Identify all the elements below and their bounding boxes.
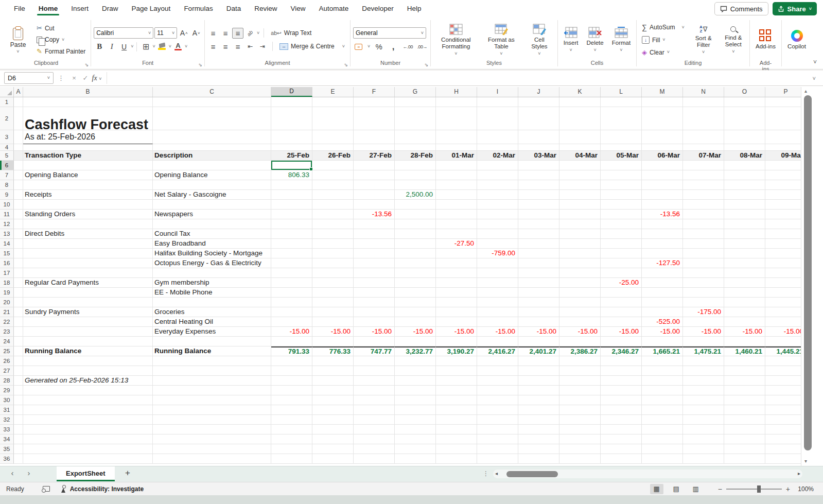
cell-M18[interactable] (642, 278, 683, 288)
cell-J9[interactable] (518, 190, 559, 200)
cell-F10[interactable] (354, 200, 395, 210)
cell-I30[interactable] (477, 395, 518, 405)
cell-C16[interactable]: Octopus Energy - Gas & Electricity (153, 258, 271, 268)
scroll-up-icon[interactable]: ▴ (804, 88, 807, 94)
column-header-I[interactable]: I (477, 87, 518, 97)
cell-B5[interactable]: Transaction Type (23, 151, 153, 161)
cell-A9[interactable] (14, 190, 23, 200)
cell-P11[interactable] (765, 210, 801, 219)
cell-A13[interactable] (14, 229, 23, 239)
cell-H22[interactable] (436, 317, 477, 327)
row-header-6[interactable]: 6 (0, 161, 14, 170)
cell-N9[interactable] (683, 190, 724, 200)
cell-A26[interactable] (14, 356, 23, 366)
cell-P17[interactable] (765, 268, 801, 278)
row-header-22[interactable]: 22 (0, 317, 14, 327)
cell-O8[interactable] (724, 180, 765, 190)
cell-D30[interactable] (271, 395, 312, 405)
cell-E32[interactable] (312, 415, 354, 425)
cell-K22[interactable] (559, 317, 601, 327)
cell-B2[interactable]: Cashflow Forecast (23, 107, 153, 130)
cell-C5[interactable]: Description (153, 151, 271, 161)
cell-H30[interactable] (436, 395, 477, 405)
cell-L21[interactable] (601, 307, 642, 317)
cell-D13[interactable] (271, 229, 312, 239)
cell-K5[interactable]: 04-Mar (559, 151, 601, 161)
cell-H29[interactable] (436, 386, 477, 395)
middle-align-button[interactable]: ≡ (220, 28, 231, 39)
cell-A33[interactable] (14, 425, 23, 435)
increase-indent-button[interactable]: ⇥ (257, 41, 268, 52)
cell-H34[interactable] (436, 435, 477, 444)
cell-J5[interactable]: 03-Mar (518, 151, 559, 161)
row-header-27[interactable]: 27 (0, 366, 14, 376)
cell-P28[interactable] (765, 376, 801, 386)
cell-A35[interactable] (14, 444, 23, 454)
cell-I35[interactable] (477, 444, 518, 454)
macro-record-icon[interactable] (43, 486, 50, 492)
cell-A19[interactable] (14, 288, 23, 298)
ribbon-tab-review[interactable]: Review (248, 1, 284, 17)
row-header-18[interactable]: 18 (0, 278, 14, 288)
bold-button[interactable]: B (94, 41, 105, 52)
cell-M23[interactable]: -15.00 (642, 327, 683, 337)
cell-K9[interactable] (559, 190, 601, 200)
cell-H11[interactable] (436, 210, 477, 219)
cell-J18[interactable] (518, 278, 559, 288)
cell-I14[interactable] (477, 239, 518, 249)
cell-G22[interactable] (395, 317, 436, 327)
cell-E8[interactable] (312, 180, 354, 190)
cell-B21[interactable]: Sundry Payments (23, 307, 153, 317)
cell-D28[interactable] (271, 376, 312, 386)
cell-C1[interactable] (153, 97, 271, 107)
cell-P34[interactable] (765, 435, 801, 444)
cell-A11[interactable] (14, 210, 23, 219)
format-painter-button[interactable]: ✎Format Painter (34, 46, 88, 57)
clear-button[interactable]: ◈Clear˅ (639, 47, 687, 58)
cell-F22[interactable] (354, 317, 395, 327)
cell-L19[interactable] (601, 288, 642, 298)
cell-A4[interactable] (14, 144, 23, 151)
cell-C7[interactable]: Opening Balance (153, 170, 271, 180)
cell-O36[interactable] (724, 454, 765, 464)
cell-L7[interactable] (601, 170, 642, 180)
cell-H36[interactable] (436, 454, 477, 464)
cell-H16[interactable] (436, 258, 477, 268)
cell-N24[interactable] (683, 337, 724, 346)
cell-H28[interactable] (436, 376, 477, 386)
cell-C14[interactable]: Easy Broadband (153, 239, 271, 249)
ribbon-tab-view[interactable]: View (284, 1, 312, 17)
cell-L2[interactable] (601, 107, 642, 130)
cell-F27[interactable] (354, 366, 395, 376)
cell-C32[interactable] (153, 415, 271, 425)
row-header-20[interactable]: 20 (0, 298, 14, 307)
cell-N25[interactable]: 1,475.21 (683, 346, 724, 356)
cell-G32[interactable] (395, 415, 436, 425)
cell-D26[interactable] (271, 356, 312, 366)
cell-A1[interactable] (14, 97, 23, 107)
cell-K19[interactable] (559, 288, 601, 298)
cell-P9[interactable] (765, 190, 801, 200)
cell-P6[interactable] (765, 161, 801, 170)
dialog-launcher-icon[interactable]: ⇘ (425, 62, 429, 67)
cell-E33[interactable] (312, 425, 354, 435)
cell-B13[interactable]: Direct Debits (23, 229, 153, 239)
cell-H27[interactable] (436, 366, 477, 376)
cell-P14[interactable] (765, 239, 801, 249)
cell-C17[interactable] (153, 268, 271, 278)
cell-F32[interactable] (354, 415, 395, 425)
cell-E19[interactable] (312, 288, 354, 298)
cell-C8[interactable] (153, 180, 271, 190)
cell-H2[interactable] (436, 107, 477, 130)
cell-L31[interactable] (601, 405, 642, 415)
cell-B34[interactable] (23, 435, 153, 444)
cell-H5[interactable]: 01-Mar (436, 151, 477, 161)
cell-D19[interactable] (271, 288, 312, 298)
cell-I12[interactable] (477, 219, 518, 229)
cell-K7[interactable] (559, 170, 601, 180)
cell-A27[interactable] (14, 366, 23, 376)
new-sheet-button[interactable]: + (125, 468, 130, 478)
cell-E12[interactable] (312, 219, 354, 229)
cell-K34[interactable] (559, 435, 601, 444)
cell-F30[interactable] (354, 395, 395, 405)
